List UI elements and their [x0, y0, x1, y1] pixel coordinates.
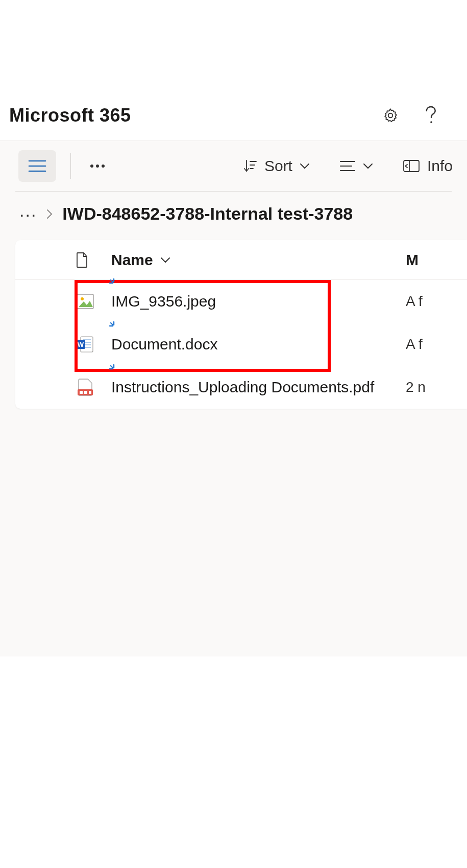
view-options-button[interactable]: [339, 159, 373, 173]
file-name-cell[interactable]: Document.docx: [111, 336, 406, 353]
bottom-spacer: [0, 656, 467, 861]
breadcrumb: ··· IWD-848652-3788-Internal test-3788: [0, 192, 467, 238]
column-modified-header[interactable]: M: [406, 251, 467, 269]
column-type-icon: [15, 252, 111, 268]
info-pane-icon: [403, 159, 420, 173]
app-title: Microsoft 365: [9, 105, 131, 126]
svg-point-5: [90, 165, 93, 168]
svg-rect-36: [89, 391, 91, 394]
pdf-file-icon: [77, 378, 94, 396]
content-area: Sort Info ··· IWD-848652-3788-Inter: [0, 140, 467, 656]
file-name: IMG_9356.jpeg: [111, 293, 216, 310]
svg-text:W: W: [78, 341, 84, 348]
image-file-icon: [77, 294, 94, 309]
file-modified: A f: [406, 336, 467, 353]
file-name-cell[interactable]: IMG_9356.jpeg: [111, 293, 406, 310]
chevron-down-icon: [160, 256, 170, 264]
file-type-icon-cell: W: [15, 336, 111, 353]
more-actions-button[interactable]: [87, 164, 108, 168]
chevron-down-icon: [363, 162, 373, 170]
svg-rect-35: [84, 391, 87, 394]
header-actions: [382, 107, 458, 124]
file-row[interactable]: IMG_9356.jpeg A f: [15, 280, 467, 323]
file-list-card: Name M IMG_9: [15, 240, 467, 409]
gear-icon: [382, 107, 399, 124]
top-spacer: [0, 0, 467, 105]
svg-line-32: [111, 323, 113, 325]
breadcrumb-overflow[interactable]: ···: [19, 205, 37, 223]
svg-point-18: [81, 297, 84, 300]
sort-button[interactable]: Sort: [244, 157, 310, 175]
info-button[interactable]: Info: [403, 157, 453, 175]
file-type-icon-cell: [15, 294, 111, 309]
hamburger-icon: [28, 159, 46, 173]
table-header: Name M: [15, 240, 467, 280]
word-file-icon: W: [76, 336, 94, 353]
app-header: Microsoft 365: [0, 105, 467, 140]
name-header-text: Name: [111, 251, 153, 269]
file-row[interactable]: W Document.docx A f: [15, 323, 467, 366]
toolbar: Sort Info: [0, 141, 467, 191]
svg-rect-34: [80, 391, 83, 394]
svg-point-6: [96, 165, 99, 168]
breadcrumb-current[interactable]: IWD-848652-3788-Internal test-3788: [62, 204, 353, 224]
file-type-icon-cell: [15, 378, 111, 396]
chevron-right-icon: [46, 208, 53, 220]
settings-button[interactable]: [382, 107, 399, 124]
file-modified: A f: [406, 293, 467, 310]
help-button[interactable]: [423, 107, 439, 124]
list-view-icon: [339, 159, 357, 173]
column-name-header[interactable]: Name: [111, 251, 406, 269]
svg-point-7: [102, 165, 105, 168]
chevron-down-icon: [300, 162, 310, 170]
help-icon: [424, 105, 439, 126]
sort-icon: [244, 159, 257, 173]
file-name: Instructions_Uploading Documents.pdf: [111, 379, 374, 396]
file-rows: IMG_9356.jpeg A f W: [15, 280, 467, 409]
ellipsis-icon: [90, 164, 105, 168]
svg-point-0: [388, 113, 393, 118]
svg-point-1: [430, 121, 432, 123]
toolbar-divider: [70, 153, 71, 179]
sort-label: Sort: [264, 157, 292, 175]
svg-line-22: [111, 280, 113, 282]
file-name: Document.docx: [111, 336, 217, 353]
file-name-cell[interactable]: Instructions_Uploading Documents.pdf: [111, 379, 406, 396]
file-modified: 2 n: [406, 379, 467, 395]
menu-button[interactable]: [18, 150, 56, 182]
svg-line-39: [111, 366, 113, 368]
file-generic-icon: [76, 252, 89, 268]
info-label: Info: [427, 157, 453, 175]
file-row[interactable]: Instructions_Uploading Documents.pdf 2 n: [15, 366, 467, 409]
